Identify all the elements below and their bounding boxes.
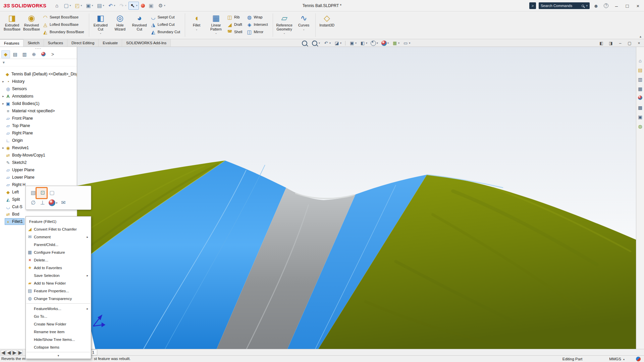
tree-item-tennis-ball-default-default-displ[interactable]: ◆Tennis Ball (Default) <<Default>_Displ <box>0 70 77 78</box>
maximize-button[interactable]: □ <box>623 2 631 9</box>
edit-appearance-button[interactable]: ▾ <box>380 41 390 46</box>
file-explorer-button[interactable]: ▥ <box>637 76 643 82</box>
fillet-button[interactable]: ◖Fillet⌄ <box>187 12 206 38</box>
select-button[interactable]: ↖▾ <box>128 2 139 10</box>
extruded-boss-base-button[interactable]: ◨Extruded Boss/Base <box>3 12 21 38</box>
previous-view-button[interactable]: ↶▾ <box>322 41 332 46</box>
zoom-fit-button[interactable] <box>300 40 309 47</box>
dimxpert-tab[interactable]: ⊕ <box>30 50 38 58</box>
3d-viewport[interactable] <box>77 47 636 349</box>
new-doc-button[interactable]: ▢▾ <box>62 2 72 10</box>
menu-item-comment[interactable]: ✉Comment▸ <box>26 233 91 241</box>
tree-item-right-plane[interactable]: ▱Right Plane <box>0 129 77 137</box>
wrap-button[interactable]: ◍Wrap <box>246 13 270 21</box>
comment-button[interactable]: ✉ <box>60 199 67 206</box>
menu-item-collapse-items[interactable]: Collapse Items <box>26 343 91 351</box>
close-button[interactable]: × <box>634 2 642 9</box>
tree-item-upper-plane[interactable]: ▱Upper Plane <box>0 166 77 174</box>
panel-splitter[interactable] <box>0 47 77 50</box>
menu-item-hide-show-tree-items[interactable]: Hide/Show Tree Items... <box>26 336 91 343</box>
minimize-doc-button[interactable]: – <box>617 40 623 46</box>
home-button[interactable]: ⌂ <box>53 2 61 10</box>
tree-item-annotations[interactable]: ▸AAnnotations <box>0 93 77 100</box>
hide-show-items-button[interactable]: ▾ <box>370 41 379 46</box>
tree-item-front-plane[interactable]: ▱Front Plane <box>0 115 77 122</box>
boundary-boss-base-button[interactable]: ◭Boundary Boss/Base <box>42 28 87 36</box>
menu-item-go-to[interactable]: Go To... <box>26 312 91 320</box>
view-orientation-button[interactable]: ▣▾ <box>348 41 358 46</box>
task-home-button[interactable]: ⌂ <box>637 58 643 64</box>
menu-item-add-to-favorites[interactable]: ★Add to Favorites <box>26 264 91 272</box>
zoom-area-button[interactable]: ▾ <box>310 40 321 47</box>
fm-expand-tab[interactable]: > <box>48 50 57 58</box>
lofted-boss-base-button[interactable]: ◬Lofted Boss/Base <box>42 21 87 28</box>
appearances-dropdown-button[interactable]: ▾ <box>49 199 57 206</box>
nav-next-button[interactable]: ▶ <box>12 350 17 355</box>
menu-item-create-new-folder[interactable]: Create New Folder <box>26 320 91 328</box>
rib-button[interactable]: ◫Rib <box>226 13 245 21</box>
tree-item-material-not-specified[interactable]: ≡Material <not specified> <box>0 107 77 115</box>
menu-expand-icon[interactable]: ▾ <box>26 353 91 358</box>
view-palette-button[interactable]: ▦ <box>637 86 643 92</box>
suppress-button[interactable]: ▢ <box>49 189 55 196</box>
help-button[interactable]: ? <box>602 2 610 9</box>
ribbon-collapse-icon[interactable] <box>640 35 641 38</box>
close-doc-button[interactable]: × <box>636 40 642 46</box>
tree-item-lower-plane[interactable]: ▱Lower Plane <box>0 174 77 181</box>
tab-sketch[interactable]: Sketch <box>23 39 44 47</box>
linear-pattern-button[interactable]: ▦Linear Pattern⌄ <box>207 12 225 38</box>
revolved-cut-button[interactable]: ◕Revolved Cut <box>130 12 149 38</box>
menu-item-save-selection[interactable]: Save Selection▸ <box>26 272 91 279</box>
shell-button[interactable]: ◚Shell <box>226 28 245 36</box>
tree-item-sketch2[interactable]: ✎Sketch2 <box>0 159 77 166</box>
expand-arrow-icon[interactable]: ▸ <box>1 102 5 105</box>
swept-boss-base-button[interactable]: ◠Swept Boss/Base <box>42 13 87 21</box>
appearances-button[interactable] <box>638 95 642 101</box>
tree-item-revolve1[interactable]: ▸◉Revolve1 <box>0 144 77 152</box>
instant3d-button[interactable]: ◇Instant3D <box>318 12 336 38</box>
options-box-button[interactable]: ▣ <box>147 2 156 10</box>
hole-wizard-button[interactable]: ◎Hole Wizard <box>111 12 129 38</box>
search-prefix-button[interactable]: > <box>529 2 536 9</box>
tab-features[interactable]: Features <box>0 39 23 47</box>
tree-item-solid-bodies-1[interactable]: ▸▣Solid Bodies(1) <box>0 100 77 107</box>
display-style-button[interactable]: ◧▾ <box>359 41 368 46</box>
tree-item-origin[interactable]: ∟Origin <box>0 137 77 144</box>
tree-filter-row[interactable] <box>0 59 77 66</box>
print-button[interactable]: ▤▾ <box>95 2 106 10</box>
tree-item-body-move-copy1[interactable]: ⇄Body-Move/Copy1 <box>0 152 77 159</box>
scene-button[interactable]: ▦▾ <box>391 41 400 46</box>
draft-button[interactable]: ◢Draft <box>226 21 245 28</box>
open-button[interactable]: ◰▾ <box>73 2 84 10</box>
reference-geometry-button[interactable]: ▱Reference Geometry⌄ <box>275 12 294 38</box>
menu-item-change-transparency[interactable]: ◍Change Transparency <box>26 295 91 302</box>
custom-properties-button[interactable]: ▩ <box>637 105 643 111</box>
restore-doc-button[interactable]: ▢ <box>627 40 633 46</box>
mirror-button[interactable]: ◫Mirror <box>246 28 270 36</box>
units-selector[interactable]: MMGS ▴ <box>609 357 625 361</box>
tab-evaluate[interactable]: Evaluate <box>99 39 122 47</box>
menu-item-featureworks[interactable]: FeatureWorks...▸ <box>26 305 91 312</box>
tree-item-history[interactable]: ▸◔History <box>0 78 77 85</box>
search-commands-input[interactable]: Search Commands▾ <box>539 2 590 9</box>
status-globe-icon[interactable] <box>636 357 641 361</box>
expand-arrow-icon[interactable]: ▸ <box>1 95 5 98</box>
menu-item-rename-tree-item[interactable]: Rename tree item <box>26 328 91 336</box>
nav-last-button[interactable]: ▶ <box>18 350 23 355</box>
swept-cut-button[interactable]: ◡Swept Cut <box>150 13 183 21</box>
design-library-button[interactable]: ▤ <box>637 67 643 73</box>
configurations-tab[interactable]: ▥ <box>20 50 29 58</box>
minimize-button[interactable]: – <box>612 2 621 9</box>
property-manager-tab[interactable]: ▤ <box>11 50 19 58</box>
tab-solidworks-add-ins[interactable]: SOLIDWORKS Add-Ins <box>122 39 171 47</box>
tab-surfaces[interactable]: Surfaces <box>44 39 67 47</box>
tab-direct-editing[interactable]: Direct Editing <box>67 39 99 47</box>
extruded-cut-button[interactable]: ◧Extruded Cut⌄ <box>91 12 110 38</box>
tree-item-sensors[interactable]: ◎Sensors <box>0 85 77 93</box>
menu-item-convert-fillet-to-chamfer[interactable]: ◢Convert Fillet to Chamfer <box>26 225 91 233</box>
section-scope-button[interactable]: ⊥ <box>39 199 46 206</box>
menu-item-parent-child[interactable]: Parent/Child... <box>26 241 91 248</box>
menu-item-feature-properties[interactable]: ▤Feature Properties... <box>26 287 91 295</box>
appearance-ball-red-button[interactable] <box>140 3 146 9</box>
forum-button[interactable]: ▣ <box>637 114 643 120</box>
